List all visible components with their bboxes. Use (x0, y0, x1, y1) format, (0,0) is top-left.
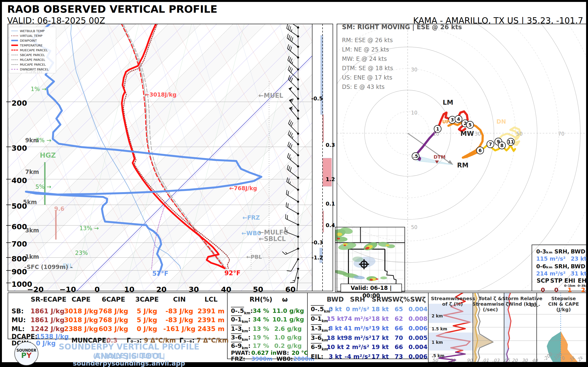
shear-table-header: SWζ (404, 296, 432, 303)
rh-row-label: 1-3km: (231, 326, 251, 333)
pwat-value: 0.627 in (251, 350, 277, 356)
legend-item-label: DEWPOINT (20, 39, 37, 42)
shear-cell: 0.004 (401, 344, 435, 350)
pressure-axis-label: 700 (11, 240, 27, 248)
hgz-label: HGZ (40, 152, 56, 159)
thermo-cell: 1242 J/kg (28, 325, 67, 332)
storm-motion-line: LM: NE @ 25 kts (342, 47, 389, 53)
mini-axis-tick: .03 (492, 358, 499, 363)
hodo-point-label: LM (443, 99, 453, 106)
sounderpy-profile-chart: RAOB OBSERVED VERTICAL PROFILE VALID: 06… (0, 0, 588, 367)
hodo-point-label: RM (457, 162, 468, 169)
hodo-marker-label: 7 (489, 142, 492, 147)
hodo-marker-label: 8 (500, 143, 503, 148)
shear-cell: 0.005 (401, 335, 435, 341)
storm-motion-sm: SM: RIGHT MOVING | ESE @ 26 kts (342, 24, 462, 30)
legend-line-sample-icon (11, 35, 18, 36)
map-valid-label: Valid: 06-18 | 00:00 (340, 284, 402, 292)
thermo-table-header: 3CAPE (130, 296, 164, 303)
srh-box-row2-label2: BWD (571, 264, 585, 269)
legend-line-sample-icon (11, 50, 18, 50)
temp-axis-label: 40 (221, 285, 231, 293)
mini-panel-title: (/sec) (469, 307, 512, 312)
hodo-point-label: UP (442, 119, 450, 124)
storm-motion-line: MW: E @ 24 kts (342, 56, 387, 62)
temp-axis-label: 0 (92, 285, 102, 293)
height-km-label: 5km (23, 199, 37, 205)
srh-box-row2-v1: 214 m²/s² (536, 271, 565, 276)
legend-item-label: SBCAPE PARCEL (20, 53, 45, 57)
hodo-ring-label: 50 (516, 131, 523, 137)
temp-axis-label: 20 (156, 285, 167, 293)
hodo-point-label: MW (460, 130, 474, 137)
lcl-marker-label: -LCL- (528, 303, 540, 308)
chart-canvas: RAOB OBSERVED VERTICAL PROFILE VALID: 06… (2, 2, 586, 362)
pressure-axis-label: 200 (11, 99, 27, 107)
legend-item-label: WETBULB TEMP (20, 29, 45, 33)
thermo-cell: 2391 m (192, 317, 230, 323)
pwat-label: PWAT: (231, 350, 250, 356)
temp-axis-label: −10 (60, 285, 70, 293)
storm-motion-line: US: ENE @ 17 kts (342, 75, 392, 81)
height-km-label: 7km (25, 169, 39, 175)
footer-credit: (C) KYLE J GILLETT | sounderpysoundings.… (38, 352, 220, 367)
hodo-marker-label: .5 (413, 154, 418, 159)
omega-value-label: -0.5 (303, 96, 323, 101)
lapse-rate-label: 9.6 (54, 206, 64, 212)
legend-item: MLCAPE PARCEL (11, 57, 54, 62)
rh-percent-label: 23% (75, 250, 88, 256)
mini-panel-title: Storm Relative (501, 296, 544, 301)
thermo-row-label: MU: (11, 317, 26, 323)
rh-cell: 19 % (249, 334, 273, 341)
pressure-axis-label: 800 (11, 255, 27, 263)
legend-item: MUCAPE PARCEL (11, 62, 54, 67)
wb-label: WB: (277, 350, 289, 356)
legend-item: DWNDRFT PARCEL (11, 67, 54, 72)
frz-value: 3900m (251, 356, 272, 362)
thermo-row-label: ML: (11, 325, 25, 332)
pressure-axis-label: 600 (11, 223, 27, 231)
rh-row-label: 6-9km: (231, 343, 251, 350)
mini-panel-title: Stepwise (542, 296, 585, 301)
surface-temp-label: 92°F (225, 270, 241, 276)
legend-item-label: VIRTUAL TEMP (20, 34, 43, 38)
composite-param-value: 0 (549, 287, 563, 293)
legend-item: VIRTUAL TEMP (11, 33, 54, 38)
pressure-axis-label: 300 (11, 144, 27, 152)
rh-percent-label: 7% → (35, 138, 51, 143)
mini-axis-tick: 40 (532, 358, 538, 363)
dcape-value: 1538 J/kg (36, 334, 69, 340)
thermo-table-header: CAPE (64, 296, 98, 303)
mixing-ratio-cell: 2.6 g/kg (272, 326, 303, 332)
legend-line-sample-icon (11, 45, 18, 46)
composite-param-value: 2 (576, 287, 588, 293)
legend-item: DEWPOINT (11, 38, 54, 43)
shear-cell: 0.004 (401, 306, 435, 312)
mini-panel-title: CIN & CAPE (542, 302, 585, 307)
level-annotation: ←FRZ (242, 215, 260, 221)
legend-item: MUECAPE PARCEL (11, 48, 54, 52)
temp-axis-label: 50 (253, 285, 263, 293)
composite-param-value: 0 (536, 287, 550, 293)
rh-percent-label: 1% → (31, 86, 46, 92)
rh-cell: 34 % (249, 308, 273, 314)
temp-axis-label: −20 (27, 285, 38, 293)
storm-motion-line: DS: E @ 43 kts (342, 84, 385, 90)
omega-value-label: -1.2 (304, 255, 323, 260)
mixing-ratio-cell: 1.0 g/kg (272, 334, 303, 341)
temp-axis-label: 60 (285, 285, 296, 293)
srh-box-row1-v1: 115 m²/s² (536, 256, 565, 262)
mini-axis-tick: 90 (467, 358, 472, 363)
level-annotation: ←PBL (246, 254, 262, 260)
shear-cell: 0.006 (401, 325, 435, 332)
frz-label: FRZ: (231, 356, 245, 362)
omega-value-label: 0.1 (326, 201, 335, 207)
mini-axis-tick: .05 (503, 358, 510, 363)
srh-box-row2-v2: 31 kt (571, 271, 587, 276)
omega-value-label: 0.4 (326, 223, 335, 228)
hodo-point-label: DTM (433, 155, 446, 159)
legend-item-label: MLCAPE PARCEL (20, 58, 45, 62)
height-km-label: 3km (25, 228, 39, 234)
composite-param-header: EHI (576, 278, 588, 284)
composite-param-header: SCP (536, 278, 550, 284)
